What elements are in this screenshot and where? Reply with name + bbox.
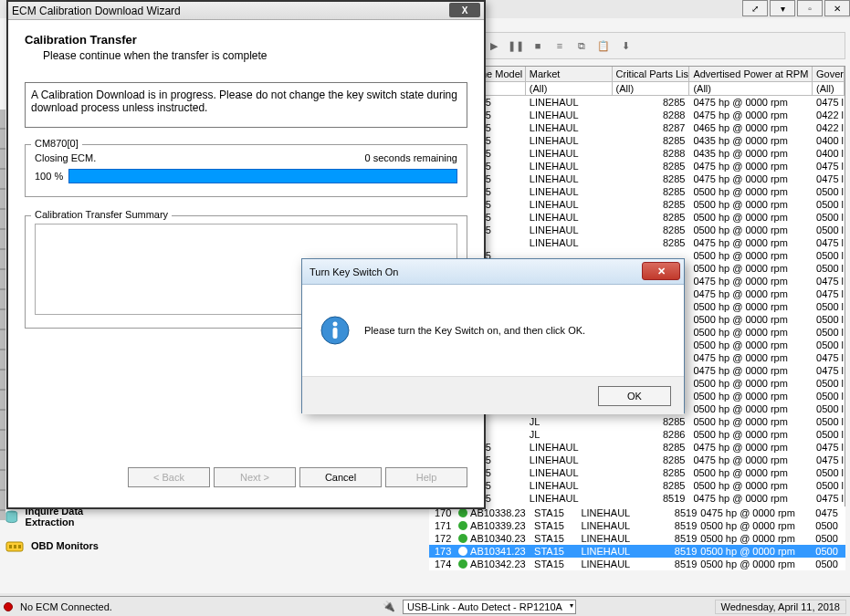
filter-crit[interactable]: (All) [613, 82, 690, 95]
wizard-title: ECM Calibration Download Wizard [12, 5, 181, 17]
closing-ecm-text: Closing ECM. [35, 152, 96, 163]
table-row[interactable]: 7.23STA15LINEHAUL85190475 hp @ 0000 rpm0… [430, 492, 845, 505]
table-row[interactable]: 0.16STA15LINEHAUL82850475 hp @ 0000 rpm0… [430, 454, 845, 466]
table-row[interactable]: 174AB10342.23STA15LINEHAUL85190500 hp @ … [429, 558, 845, 570]
svg-point-11 [333, 322, 338, 327]
grid-filter-row: (All) (All) (All) (All) (All) (All) [430, 82, 845, 96]
status-bar: No ECM Connected. 🔌 USB-Link - Auto Dete… [0, 596, 850, 616]
table-row[interactable]: JL82860500 hp @ 0000 rpm0500 l [430, 428, 845, 441]
table-row[interactable]: 8.16STA15LINEHAUL82850475 hp @ 0000 rpm0… [430, 441, 845, 454]
ecm-status-text: No ECM Connected. [20, 601, 112, 612]
svg-point-1 [458, 521, 467, 530]
device-progress-group: CM870[0] Closing ECM. 0 seconds remainin… [25, 144, 467, 197]
table-row[interactable]: 172AB10340.23STA15LINEHAUL85190500 hp @ … [429, 532, 845, 545]
col-market[interactable]: Market [526, 67, 613, 81]
table-row[interactable]: 6.16STA15LINEHAUL82870465 hp @ 0000 rpm0… [430, 121, 845, 134]
sidebar-item-obd[interactable]: OBD Monitors [0, 531, 110, 560]
seconds-remaining: 0 seconds remaining [364, 152, 457, 163]
back-button: < Back [128, 467, 210, 487]
summary-legend: Calibration Transfer Summary [31, 209, 172, 220]
filter-market[interactable]: (All) [526, 82, 613, 95]
status-date: Wednesday, April 11, 2018 [715, 600, 846, 614]
clip-icon[interactable]: 📋 [596, 38, 611, 53]
table-row[interactable]: 2.16STA15LINEHAUL82850475 hp @ 0000 rpm0… [430, 172, 845, 185]
adapter-select[interactable]: USB-Link - Auto Detect - RP1210A [403, 600, 576, 614]
filter-gov[interactable]: (All) [813, 82, 845, 95]
ecm-calibration-wizard: ECM Calibration Download Wizard X Calibr… [6, 0, 486, 509]
svg-rect-12 [333, 328, 338, 339]
device-legend: CM870[0] [31, 138, 82, 149]
table-row[interactable]: 4.14STA15LINEHAUL82850475 hp @ 0000 rpm0… [430, 96, 845, 109]
obd-icon [4, 535, 26, 557]
table-row[interactable]: 8.16STA15LINEHAUL82880435 hp @ 0000 rpm0… [430, 147, 845, 160]
msgbox-title: Turn Key Switch On [310, 266, 398, 277]
progress-percent: 100 % [35, 171, 63, 182]
col-governor[interactable]: Gover [813, 67, 845, 81]
table-row[interactable]: 6.15STA15LINEHAUL82850500 hp @ 0000 rpm0… [430, 198, 845, 211]
expand-icon[interactable]: ⤢ [742, 0, 768, 16]
filter-power[interactable]: (All) [689, 82, 813, 95]
download-icon[interactable]: ⬇ [618, 38, 633, 53]
svg-rect-9 [18, 545, 21, 548]
table-row[interactable]: 170AB10338.23STA15LINEHAUL85190475 hp @ … [429, 506, 845, 519]
ok-button[interactable]: OK [598, 386, 671, 406]
svg-rect-8 [14, 545, 16, 548]
close-icon[interactable]: ✕ [824, 0, 850, 16]
table-row[interactable]: 171AB10339.23STA15LINEHAUL85190500 hp @ … [429, 519, 845, 532]
col-advertised-power[interactable]: Advertised Power at RPM [689, 67, 813, 81]
table-row[interactable]: 173AB10341.23STA15LINEHAUL85190500 hp @ … [429, 545, 845, 558]
table-row[interactable]: 0.16STA15LINEHAUL82850475 hp @ 0000 rpm0… [430, 160, 845, 172]
wizard-titlebar[interactable]: ECM Calibration Download Wizard X [8, 2, 484, 20]
svg-point-0 [458, 508, 467, 517]
svg-rect-7 [9, 545, 12, 548]
table-row[interactable]: 4.16STA15LINEHAUL82850500 hp @ 0000 rpm0… [430, 185, 845, 198]
connector-icon: 🔌 [383, 600, 395, 612]
table-row[interactable]: 0.15STA15LINEHAUL82850500 hp @ 0000 rpm0… [430, 224, 845, 236]
col-critical-parts[interactable]: Critical Parts List [613, 67, 690, 81]
grid-header: de Engine Model Market Critical Parts Li… [430, 67, 845, 82]
wizard-subtitle: Please continue when the transfer is com… [43, 49, 467, 62]
copy-icon[interactable]: ⧉ [574, 38, 589, 53]
table-row[interactable]: 6.15STA15LINEHAUL82850500 hp @ 0000 rpm0… [430, 479, 845, 492]
msgbox-close-button[interactable]: ✕ [642, 262, 680, 280]
table-row[interactable]: 5.16STA15LINEHAUL82880475 hp @ 0000 rpm0… [430, 109, 845, 121]
key-switch-msgbox: Turn Key Switch On ✕ Please turn the Key… [301, 258, 685, 413]
table-row[interactable]: JL82850500 hp @ 0000 rpm0500 l [430, 415, 845, 428]
wizard-close-button[interactable]: X [449, 3, 480, 17]
svg-point-4 [458, 559, 467, 569]
table-row[interactable]: 4.15STA15LINEHAUL82850500 hp @ 0000 rpm0… [430, 466, 845, 479]
progress-bar [68, 169, 457, 183]
pause-icon[interactable]: ❚❚ [509, 38, 523, 53]
info-icon [320, 316, 350, 345]
table-row[interactable]: 2.16STALINEHAUL82850475 hp @ 0000 rpm047… [430, 236, 845, 249]
svg-point-3 [458, 547, 467, 556]
list-icon[interactable]: ≡ [552, 38, 567, 53]
table-row[interactable]: 7.16STA15LINEHAUL82850435 hp @ 0000 rpm0… [430, 134, 845, 147]
msgbox-message: Please turn the Key Switch on, and then … [364, 325, 585, 336]
svg-point-2 [458, 534, 467, 543]
help-button: Help [385, 467, 467, 487]
play-icon[interactable]: ▶ [487, 38, 501, 53]
ecm-status-led [4, 602, 13, 611]
wizard-instruction: A Calibration Download is in progress. P… [25, 82, 467, 128]
sidebar-item-label: OBD Monitors [31, 540, 99, 551]
wizard-heading: Calibration Transfer [25, 33, 467, 47]
playback-toolbar: ◀ ▶ ❚❚ ■ ≡ ⧉ 📋 ⬇ [456, 32, 845, 59]
maximize-icon[interactable]: ▫ [797, 0, 823, 16]
next-button: Next > [214, 467, 296, 487]
stop-icon[interactable]: ■ [530, 38, 545, 53]
msgbox-titlebar[interactable]: Turn Key Switch On ✕ [302, 259, 684, 285]
minimize-icon[interactable]: ▾ [770, 0, 795, 16]
cancel-button[interactable]: Cancel [299, 467, 382, 487]
table-row[interactable]: 8.15STA15LINEHAUL82850500 hp @ 0000 rpm0… [430, 211, 845, 224]
